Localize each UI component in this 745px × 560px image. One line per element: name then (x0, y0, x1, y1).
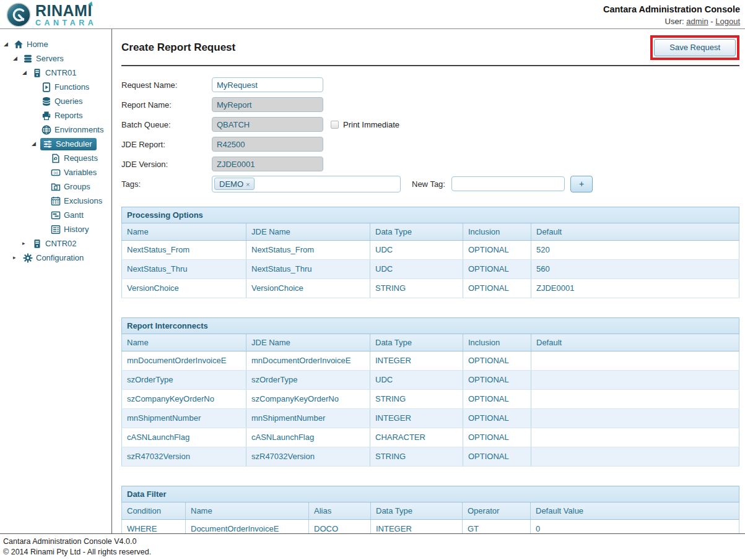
data-filter-title-row: Data Filter (122, 486, 739, 502)
table-cell: 520 (531, 241, 739, 260)
tables-container: Processing OptionsNameJDE NameData TypeI… (121, 207, 739, 533)
data-filter-title: Data Filter (122, 486, 739, 502)
table-cell: mnDocumentOrderInvoiceE (122, 351, 246, 371)
table-row: mnDocumentOrderInvoiceEmnDocumentOrderIn… (122, 351, 739, 371)
tag-remove-icon[interactable]: × (246, 181, 250, 188)
request-name-label: Request Name: (121, 80, 212, 90)
logout-link[interactable]: Logout (715, 17, 740, 26)
table-cell: OPTIONAL (463, 447, 531, 467)
logo-brand: RINAMI (35, 3, 92, 19)
table-cell (531, 390, 739, 409)
sidebar-item-label: Environments (54, 125, 103, 134)
print-immediate-checkbox[interactable] (331, 121, 339, 129)
sidebar-item-configuration[interactable]: Configuration (22, 252, 87, 264)
rinami-cantara-logo: RINAMI CANTARA (6, 1, 97, 28)
sidebar-item-label: History (64, 225, 89, 234)
svg-text:(x): (x) (53, 170, 58, 174)
printer-icon (41, 111, 51, 121)
table-cell (531, 351, 739, 371)
report-name-row: Report Name: (121, 95, 739, 114)
sidebar-item-scheduler[interactable]: Scheduler (40, 138, 97, 150)
report-name-input (212, 97, 323, 112)
table-cell: mnShipmentNumber (122, 409, 246, 428)
data-filter-col-name: Name (186, 502, 309, 520)
table-cell (531, 371, 739, 390)
report-name-label: Report Name: (121, 100, 212, 110)
save-request-button[interactable]: Save Request (654, 39, 736, 56)
processing-options-title: Processing Options (122, 207, 739, 223)
report-interconnects-col-inclusion: Inclusion (463, 334, 531, 351)
table-cell: szCompanyKeyOrderNo (246, 390, 370, 409)
tree-toggle-configuration[interactable]: ▸ (13, 255, 22, 261)
sidebar-item-cntr01[interactable]: CNTR01 (31, 67, 80, 79)
processing-options-col-data-type: Data Type (370, 223, 463, 241)
table-cell: STRING (370, 279, 463, 298)
sidebar-item-history[interactable]: History (50, 223, 92, 236)
sidebar-item-reports[interactable]: Reports (40, 110, 86, 122)
data-filter-col-condition: Condition (122, 502, 186, 520)
table-cell: VersionChoice (246, 279, 370, 298)
sidebar-row-exclusions: Exclusions (0, 194, 111, 208)
table-cell: mnDocumentOrderInvoiceE (246, 351, 370, 371)
table-cell: NextStatus_Thru (246, 260, 370, 279)
sidebar-item-label: Configuration (36, 253, 84, 262)
table-cell: UDC (370, 260, 463, 279)
sidebar-item-label: Reports (54, 111, 83, 120)
table-cell: GT (463, 520, 531, 533)
table-cell: cASNLaunchFlag (246, 428, 370, 447)
table-cell: OPTIONAL (463, 428, 531, 447)
tree-toggle-cntr02[interactable]: ▸ (22, 241, 31, 246)
sidebar-item-cntr02[interactable]: CNTR02 (31, 238, 80, 250)
tree-toggle-scheduler[interactable]: ◢ (32, 141, 40, 147)
sidebar-item-groups[interactable]: Groups (50, 181, 94, 193)
sidebar-item-home[interactable]: Home (12, 38, 51, 51)
sidebar-row-configuration: ▸Configuration (0, 251, 111, 265)
request-icon (51, 153, 61, 163)
function-icon (41, 82, 51, 92)
rinami-logo-icon (6, 2, 31, 27)
sidebar-item-requests[interactable]: Requests (50, 152, 101, 165)
print-immediate-label: Print Immediate (343, 120, 399, 129)
sidebar-item-label: Exclusions (64, 196, 102, 205)
sidebar-row-cntr01: ◢CNTR01 (0, 66, 111, 80)
add-tag-button[interactable]: + (570, 176, 593, 192)
servers-icon (23, 54, 33, 64)
sidebar-row-reports: Reports (0, 108, 111, 123)
sidebar-item-label: Gantt (64, 210, 84, 220)
table-cell: DocumentOrderInvoiceE (186, 520, 309, 533)
table-cell: mnShipmentNumber (246, 409, 370, 428)
tags-input[interactable]: DEMO × (212, 176, 401, 192)
new-tag-label: New Tag: (412, 179, 445, 189)
sidebar-item-variables[interactable]: (x)Variables (50, 166, 100, 179)
globe-icon (41, 125, 51, 135)
tag-chip-label: DEMO (219, 179, 243, 189)
table-row: szOrderTypeszOrderTypeUDCOPTIONAL (122, 371, 739, 390)
app-footer: Cantara Administration Console V4.0.0 © … (0, 533, 745, 560)
tree-toggle-home[interactable]: ◢ (4, 41, 12, 47)
report-interconnects-title: Report Interconnects (122, 318, 739, 334)
request-name-input[interactable] (212, 77, 323, 92)
sidebar-item-environments[interactable]: Environments (40, 124, 107, 136)
user-name-link[interactable]: admin (686, 17, 708, 26)
logo-text: RINAMI CANTARA (35, 3, 97, 27)
table-row: cASNLaunchFlagcASNLaunchFlagCHARACTEROPT… (122, 428, 739, 447)
processing-options-col-inclusion: Inclusion (463, 223, 531, 241)
table-cell: INTEGER (370, 409, 463, 428)
new-tag-input[interactable] (451, 176, 565, 191)
data-filter-table: Data FilterConditionNameAliasData TypeOp… (121, 486, 739, 533)
report-interconnects-col-default: Default (531, 334, 739, 351)
tree-toggle-servers[interactable]: ◢ (13, 56, 22, 61)
sidebar-item-exclusions[interactable]: Exclusions (50, 195, 105, 207)
tree-toggle-cntr01[interactable]: ◢ (22, 70, 31, 75)
sidebar-item-gantt[interactable]: Gantt (50, 209, 87, 222)
gantt-icon (51, 210, 61, 220)
header-right: Cantara Administration Console User: adm… (603, 0, 740, 28)
table-cell: OPTIONAL (463, 279, 531, 298)
data-filter-col-operator: Operator (463, 502, 531, 520)
page-title: Create Report Request (121, 41, 235, 54)
sidebar-item-servers[interactable]: Servers (22, 53, 67, 65)
sidebar-item-functions[interactable]: Functions (40, 81, 92, 93)
sidebar-item-queries[interactable]: Queries (40, 95, 86, 108)
sidebar-row-groups: Groups (0, 179, 111, 194)
table-cell: NextStatus_From (246, 241, 370, 260)
